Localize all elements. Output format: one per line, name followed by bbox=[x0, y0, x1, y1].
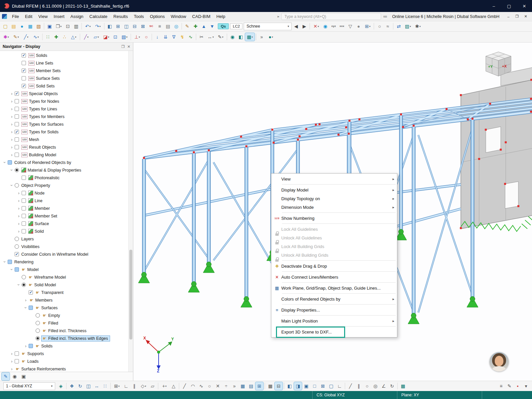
context-menu-item[interactable] bbox=[271, 292, 397, 295]
numbering-icon[interactable]: xyz bbox=[330, 22, 337, 30]
layers-icon[interactable]: ≡ bbox=[156, 22, 164, 30]
add-node-icon[interactable]: ✚ bbox=[52, 33, 60, 41]
menu-item[interactable]: Results bbox=[110, 13, 131, 20]
angle-snap-icon[interactable]: ∠ bbox=[380, 382, 388, 390]
tree-item-control[interactable] bbox=[22, 206, 26, 210]
tree-item-control[interactable] bbox=[22, 84, 26, 88]
tree-item[interactable]: Visibilities bbox=[0, 243, 133, 250]
context-menu-item[interactable]: ❖ Deactivate Drag & Drop bbox=[271, 262, 397, 270]
tree-item[interactable]: Special Objects bbox=[0, 90, 133, 97]
tree-item[interactable]: Member Set bbox=[0, 212, 133, 220]
expander-icon[interactable] bbox=[16, 275, 22, 280]
tree-item[interactable]: Member bbox=[0, 204, 133, 212]
view-free-icon[interactable]: ▢ bbox=[327, 382, 335, 390]
tree-item-control[interactable] bbox=[22, 76, 26, 80]
tree-item[interactable]: Member Sets bbox=[0, 67, 133, 74]
tree-item[interactable]: Filled incl. Thickness with Edges bbox=[0, 334, 133, 342]
expander-icon[interactable] bbox=[16, 229, 22, 234]
menu-item[interactable]: Options bbox=[147, 13, 168, 20]
expander-icon[interactable] bbox=[9, 351, 15, 356]
tree-item-control[interactable] bbox=[36, 329, 40, 333]
area-load-icon[interactable]: ∇ bbox=[170, 33, 178, 41]
search-expand-icon[interactable]: ▸ bbox=[278, 14, 280, 19]
expander-icon[interactable] bbox=[9, 244, 15, 249]
context-menu-item[interactable]: Unlock All Guidelines bbox=[271, 233, 397, 242]
dimension-icon[interactable]: ↔ bbox=[206, 33, 215, 41]
axes-icon[interactable]: △ bbox=[170, 382, 178, 390]
panel-toggle-icon[interactable]: ⊞ bbox=[255, 382, 263, 390]
tree-item-control[interactable] bbox=[15, 351, 19, 356]
expander-icon[interactable] bbox=[23, 343, 29, 349]
context-menu-item[interactable]: 123 Show Numbering bbox=[271, 214, 397, 222]
tree-item[interactable]: Solid Model bbox=[0, 281, 133, 289]
view-persp-icon[interactable]: ⊠ bbox=[319, 382, 327, 390]
menu-item[interactable]: View bbox=[35, 13, 51, 20]
menu-item[interactable]: Edit bbox=[22, 13, 35, 20]
context-menu-item[interactable]: Main Light Position bbox=[271, 317, 397, 325]
context-menu-item[interactable]: Export 3D Scene to DXF... bbox=[271, 328, 397, 336]
work-plane-icon[interactable]: ▱ bbox=[149, 382, 157, 390]
ellipse-icon[interactable]: ◎ bbox=[371, 382, 379, 390]
tree-item[interactable]: Line Sets bbox=[0, 59, 133, 67]
edit-model-icon[interactable]: ✎ bbox=[183, 22, 191, 30]
intersect-icon[interactable]: ✕ bbox=[214, 382, 222, 390]
context-menu-item[interactable] bbox=[271, 270, 397, 273]
float-panel-icon[interactable]: ❐ bbox=[121, 45, 125, 49]
context-menu-item[interactable]: Colors of Rendered Objects by bbox=[271, 295, 397, 303]
tree-item-control[interactable] bbox=[22, 214, 26, 218]
menu-item[interactable]: CAD-BIM bbox=[189, 13, 213, 20]
render-mode-icon[interactable]: ▩ bbox=[245, 33, 255, 41]
load-type-chip[interactable]: Qs bbox=[218, 23, 229, 29]
expander-icon[interactable] bbox=[30, 328, 36, 333]
center-of-gravity-icon[interactable]: ▽ bbox=[346, 22, 354, 30]
ucs-icon[interactable]: ∟ bbox=[335, 382, 343, 390]
polyline-icon[interactable]: ∿ bbox=[31, 33, 41, 41]
view-xz-icon[interactable]: ◨ bbox=[294, 382, 302, 390]
expander-icon[interactable] bbox=[9, 122, 15, 127]
expander-icon[interactable] bbox=[9, 183, 15, 188]
tree-item[interactable]: Filled bbox=[0, 319, 133, 327]
context-menu-item[interactable]: Dimension Mode bbox=[271, 203, 397, 211]
nodal-load-icon[interactable]: ↓ bbox=[153, 33, 161, 41]
tree-item[interactable]: Empty bbox=[0, 312, 133, 319]
tree-item[interactable]: Surface Sets bbox=[0, 74, 133, 82]
tree-item[interactable]: Solids bbox=[0, 342, 133, 350]
tree-item[interactable]: Types for Surfaces bbox=[0, 120, 133, 128]
expander-icon[interactable] bbox=[16, 61, 22, 66]
keyword-list-icon[interactable]: ≔ bbox=[383, 14, 387, 19]
tree-item[interactable]: Surface bbox=[0, 220, 133, 227]
menu-item[interactable]: Assign bbox=[67, 13, 86, 20]
line-tools-icon[interactable]: ╱ bbox=[181, 382, 189, 390]
open-model-icon[interactable]: ▤ bbox=[10, 22, 18, 30]
tree-item-control[interactable] bbox=[22, 283, 26, 287]
context-menu-item[interactable]: ≡ Display Properties... bbox=[271, 306, 397, 314]
next-case-icon[interactable]: ▼ bbox=[208, 22, 216, 30]
minimize-button[interactable]: – bbox=[486, 0, 501, 12]
opening-icon[interactable]: ⊡ bbox=[111, 33, 119, 41]
tree-item-control[interactable] bbox=[22, 61, 26, 65]
renumber-icon[interactable]: ≈ bbox=[384, 22, 392, 30]
expander-icon[interactable] bbox=[9, 99, 15, 104]
tree-item[interactable]: Result Objects bbox=[0, 143, 133, 151]
tree-item[interactable]: Consider Colors in Wireframe Model bbox=[0, 250, 133, 258]
surface-icon[interactable]: ▱ bbox=[91, 33, 101, 41]
mesh-icon[interactable]: ▨ bbox=[403, 22, 413, 30]
view-iso-icon[interactable]: □ bbox=[311, 382, 319, 390]
tree-item-control[interactable] bbox=[29, 306, 33, 310]
tree-item[interactable]: Node bbox=[0, 189, 133, 197]
tree-item[interactable]: Types for Nodes bbox=[0, 97, 133, 105]
maximize-button[interactable]: ▢ bbox=[501, 0, 517, 12]
tree-item-control[interactable] bbox=[22, 275, 26, 279]
camera-navigator-tab[interactable]: ▣ bbox=[20, 372, 28, 380]
tree-item-control[interactable] bbox=[22, 229, 26, 233]
expander-icon[interactable] bbox=[9, 145, 15, 150]
delete-results-icon[interactable]: ✕ bbox=[311, 22, 321, 30]
mirror-icon[interactable]: ◫ bbox=[84, 382, 92, 390]
print-icon[interactable]: ❐ bbox=[54, 22, 64, 30]
tree-item-control[interactable] bbox=[15, 137, 19, 142]
cloud-sync-icon[interactable]: ▦ bbox=[26, 22, 34, 30]
expander-icon[interactable] bbox=[9, 129, 15, 135]
context-menu-item[interactable]: Lock All Guidelines bbox=[271, 225, 397, 233]
coordinate-system-icon[interactable]: ◈ bbox=[57, 382, 65, 390]
crosshair-icon[interactable]: + bbox=[160, 382, 169, 390]
